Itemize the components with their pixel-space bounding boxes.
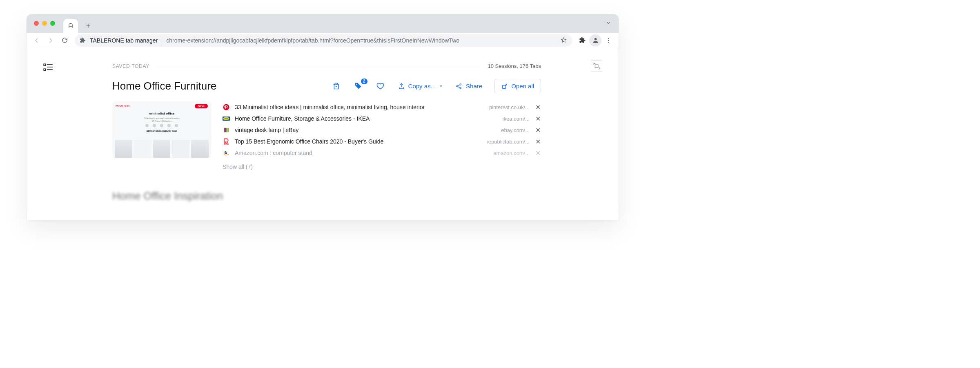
svg-rect-5 xyxy=(44,69,45,70)
amazon-favicon: a xyxy=(223,149,230,157)
saved-today-label: Saved Today xyxy=(112,63,149,69)
tab-domain: amazon.com/... xyxy=(493,150,530,156)
svg-rect-9 xyxy=(595,65,598,68)
back-button[interactable] xyxy=(31,34,43,47)
tab-close-button[interactable]: ✕ xyxy=(535,115,541,123)
tab-row[interactable]: vintage desk lamp | eBay ebay.com/... ✕ xyxy=(223,124,541,136)
window-zoom-button[interactable] xyxy=(50,21,55,26)
svg-point-12 xyxy=(460,83,461,85)
puzzle-icon xyxy=(579,37,586,44)
forward-button[interactable] xyxy=(45,34,57,47)
svg-point-15 xyxy=(223,104,229,110)
plus-icon xyxy=(85,23,91,29)
new-tab-button[interactable] xyxy=(81,19,95,33)
sessions-list-toggle[interactable] xyxy=(43,62,53,73)
thumb-subtitle: Collection by • curated minimal interior… xyxy=(125,117,199,122)
tab-domain: ikea.com/... xyxy=(503,116,530,122)
tab-row[interactable]: a Amazon.com : computer stand amazon.com… xyxy=(223,147,541,159)
list-icon xyxy=(43,62,53,73)
thumb-logo: Pinterest xyxy=(116,104,129,108)
republiclab-favicon xyxy=(223,138,230,145)
svg-text:IKEA: IKEA xyxy=(225,118,228,120)
tab-title: Amazon.com : computer stand xyxy=(235,150,488,156)
kebab-icon xyxy=(605,37,612,44)
svg-point-10 xyxy=(356,84,357,85)
favorite-button[interactable] xyxy=(376,82,385,90)
svg-point-1 xyxy=(608,38,609,39)
chevron-down-icon xyxy=(606,20,611,26)
tab-search-button[interactable] xyxy=(606,20,611,26)
share-label: Share xyxy=(466,83,482,90)
tab-title: Home Office Furniture, Storage & Accesso… xyxy=(235,115,498,122)
show-all-button[interactable]: Show all (7) xyxy=(223,164,541,170)
extensions-button[interactable] xyxy=(576,34,588,47)
page-title: TABLERONE tab manager xyxy=(90,37,158,44)
svg-rect-4 xyxy=(44,64,45,65)
tab-title: Top 15 Best Ergonomic Office Chairs 2020… xyxy=(235,138,482,145)
expand-view-button[interactable] xyxy=(591,61,602,72)
address-bar[interactable]: TABLERONE tab manager chrome-extension:/… xyxy=(75,34,572,47)
session-counts: 10 Sessions, 176 Tabs xyxy=(488,63,541,69)
session-thumbnail[interactable]: Pinterest Save minimalist office Collect… xyxy=(112,101,211,158)
tab-row[interactable]: Top 15 Best Ergonomic Office Chairs 2020… xyxy=(223,136,541,147)
tab-close-button[interactable]: ✕ xyxy=(535,149,541,157)
window-controls[interactable] xyxy=(34,21,55,26)
tag-button[interactable]: 2 xyxy=(354,82,363,90)
share-button[interactable]: Share xyxy=(455,83,482,90)
session-title[interactable]: Home Office Furniture xyxy=(112,80,332,92)
thumb-save-pill: Save xyxy=(195,104,208,108)
tab-title: vintage desk lamp | eBay xyxy=(235,127,496,133)
open-external-icon xyxy=(501,83,508,90)
tablerone-icon xyxy=(67,22,74,29)
copy-as-button[interactable]: Copy as... xyxy=(398,83,443,90)
archive-icon xyxy=(332,82,341,90)
expand-icon xyxy=(593,63,600,70)
session-meta-row: Saved Today 10 Sessions, 176 Tabs xyxy=(112,63,541,69)
pinterest-favicon xyxy=(223,103,230,111)
omnibox-divider xyxy=(162,37,162,44)
person-icon xyxy=(592,37,599,44)
tab-close-button[interactable]: ✕ xyxy=(535,138,541,146)
heart-icon xyxy=(376,82,385,90)
tab-domain: republiclab.com/... xyxy=(487,139,530,145)
tab-close-button[interactable]: ✕ xyxy=(535,103,541,111)
svg-point-13 xyxy=(460,87,461,88)
svg-text:a: a xyxy=(225,150,227,155)
overflow-menu-button[interactable] xyxy=(602,34,615,47)
tag-count-badge: 2 xyxy=(361,79,368,84)
tab-domain: ebay.com/... xyxy=(501,127,530,133)
tab-row[interactable]: IKEA Home Office Furniture, Storage & Ac… xyxy=(223,113,541,124)
svg-point-11 xyxy=(457,85,458,87)
reload-button[interactable] xyxy=(58,34,71,47)
reload-icon xyxy=(61,37,68,44)
thumb-title: minimalist office xyxy=(112,112,211,115)
ikea-favicon: IKEA xyxy=(223,115,230,122)
window-minimize-button[interactable] xyxy=(42,21,47,26)
active-browser-tab[interactable] xyxy=(63,19,78,33)
tab-close-button[interactable]: ✕ xyxy=(535,126,541,134)
browser-toolbar: TABLERONE tab manager chrome-extension:/… xyxy=(27,33,619,48)
browser-tab-strip xyxy=(27,14,619,33)
meta-divider xyxy=(157,66,480,66)
window-close-button[interactable] xyxy=(34,21,39,26)
open-all-label: Open all xyxy=(511,83,534,90)
svg-point-3 xyxy=(608,42,609,43)
open-all-button[interactable]: Open all xyxy=(494,79,541,93)
arrow-left-icon xyxy=(33,37,40,44)
session-actions: 2 Copy as... Share xyxy=(332,79,541,93)
tab-title: 33 Minimalist office ideas | minimalist … xyxy=(235,104,484,110)
profile-button[interactable] xyxy=(589,34,601,47)
extension-icon xyxy=(80,37,86,43)
tab-list: 33 Minimalist office ideas | minimalist … xyxy=(223,101,541,170)
tab-row[interactable]: 33 Minimalist office ideas | minimalist … xyxy=(223,101,541,113)
upload-icon xyxy=(398,83,405,90)
page-content: Saved Today 10 Sessions, 176 Tabs Home O… xyxy=(27,48,619,220)
copy-as-label: Copy as... xyxy=(408,83,436,90)
star-icon[interactable] xyxy=(560,37,567,44)
svg-point-2 xyxy=(608,40,609,40)
page-url: chrome-extension://andpjllgocabfacjlelkf… xyxy=(166,37,459,44)
arrow-right-icon xyxy=(47,37,54,44)
thumb-section: Similar ideas popular now xyxy=(112,130,211,132)
ebay-favicon xyxy=(223,126,230,134)
archive-button[interactable] xyxy=(332,82,341,90)
